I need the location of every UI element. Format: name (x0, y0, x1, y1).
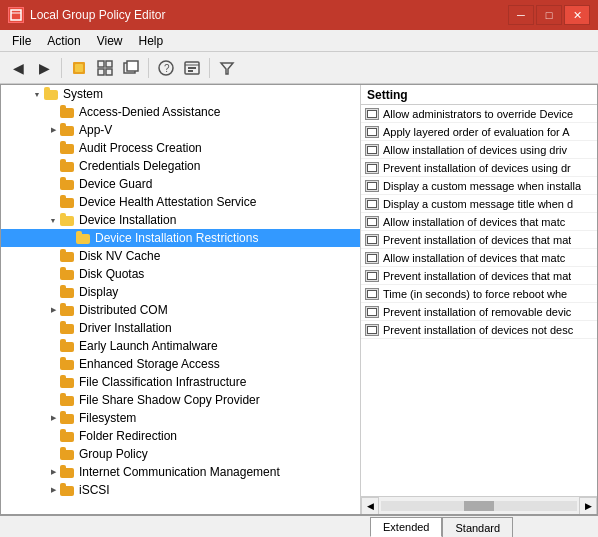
svg-rect-0 (11, 10, 21, 20)
setting-icon-12 (365, 324, 379, 336)
setting-item-6[interactable]: Allow installation of devices that matc (361, 213, 597, 231)
setting-item-5[interactable]: Display a custom message title when d (361, 195, 597, 213)
expand-system[interactable] (31, 88, 43, 100)
tab-standard[interactable]: Standard (442, 517, 513, 537)
back-button[interactable]: ◀ (6, 56, 30, 80)
up-button[interactable] (67, 56, 91, 80)
tree-item-system[interactable]: System (1, 85, 360, 103)
tree-item-group-policy[interactable]: Group Policy (1, 445, 360, 463)
tree-item-driver-installation[interactable]: Driver Installation (1, 319, 360, 337)
tree-item-early-launch[interactable]: Early Launch Antimalware (1, 337, 360, 355)
folder-icon-internet-com (60, 465, 76, 479)
setting-item-10[interactable]: Time (in seconds) to force reboot whe (361, 285, 597, 303)
setting-item-12[interactable]: Prevent installation of devices not desc (361, 321, 597, 339)
tree-item-internet-com[interactable]: Internet Communication Management (1, 463, 360, 481)
tree-item-device-installation[interactable]: Device Installation (1, 211, 360, 229)
tree-item-device-guard[interactable]: Device Guard (1, 175, 360, 193)
close-button[interactable]: ✕ (564, 5, 590, 25)
setting-item-11[interactable]: Prevent installation of removable devic (361, 303, 597, 321)
folder-icon-iscsi (60, 483, 76, 497)
svg-rect-6 (98, 69, 104, 75)
scroll-left-arrow[interactable]: ◀ (361, 497, 379, 515)
expand-filesystem[interactable] (47, 412, 59, 424)
tree-item-file-classification[interactable]: File Classification Infrastructure (1, 373, 360, 391)
setting-icon-3 (365, 162, 379, 174)
folder-icon-distributed-com (60, 303, 76, 317)
scroll-thumb[interactable] (464, 501, 494, 511)
tree-item-app-v[interactable]: App-V (1, 121, 360, 139)
minimize-button[interactable]: ─ (508, 5, 534, 25)
setting-label-9: Prevent installation of devices that mat (383, 270, 571, 282)
tree-label-audit-process: Audit Process Creation (79, 141, 202, 155)
menu-file[interactable]: File (4, 32, 39, 50)
setting-item-1[interactable]: Apply layered order of evaluation for A (361, 123, 597, 141)
tree-item-enhanced-storage[interactable]: Enhanced Storage Access (1, 355, 360, 373)
expand-distributed-com[interactable] (47, 304, 59, 316)
svg-marker-16 (221, 63, 233, 74)
setting-label-12: Prevent installation of devices not desc (383, 324, 573, 336)
setting-item-2[interactable]: Allow installation of devices using driv (361, 141, 597, 159)
expand-app-v[interactable] (47, 124, 59, 136)
setting-icon-8 (365, 252, 379, 264)
maximize-button[interactable]: □ (536, 5, 562, 25)
folder-icon-file-classification (60, 375, 76, 389)
help-button[interactable]: ? (154, 56, 178, 80)
setting-label-7: Prevent installation of devices that mat (383, 234, 571, 246)
new-window-button[interactable] (119, 56, 143, 80)
svg-rect-5 (106, 61, 112, 67)
tree-item-distributed-com[interactable]: Distributed COM (1, 301, 360, 319)
forward-button[interactable]: ▶ (32, 56, 56, 80)
expand-device-installation[interactable] (47, 214, 59, 226)
menu-help[interactable]: Help (131, 32, 172, 50)
filter-button[interactable] (215, 56, 239, 80)
tree-item-file-share[interactable]: File Share Shadow Copy Provider (1, 391, 360, 409)
tree-label-app-v: App-V (79, 123, 112, 137)
setting-icon-6 (365, 216, 379, 228)
folder-icon-disk-nv-cache (60, 249, 76, 263)
tree-item-audit-process[interactable]: Audit Process Creation (1, 139, 360, 157)
settings-list[interactable]: Allow administrators to override Device … (361, 105, 597, 496)
setting-item-9[interactable]: Prevent installation of devices that mat (361, 267, 597, 285)
setting-label-0: Allow administrators to override Device (383, 108, 573, 120)
tree-item-iscsi[interactable]: iSCSI (1, 481, 360, 499)
folder-icon-display (60, 285, 76, 299)
setting-item-8[interactable]: Allow installation of devices that matc (361, 249, 597, 267)
scroll-track[interactable] (381, 501, 577, 511)
view-button[interactable] (93, 56, 117, 80)
setting-item-7[interactable]: Prevent installation of devices that mat (361, 231, 597, 249)
menu-action[interactable]: Action (39, 32, 88, 50)
tree-item-display[interactable]: Display (1, 283, 360, 301)
setting-label-3: Prevent installation of devices using dr (383, 162, 571, 174)
tree-item-disk-quotas[interactable]: Disk Quotas (1, 265, 360, 283)
toolbar-separator-1 (61, 58, 62, 78)
tree-item-access-denied[interactable]: Access-Denied Assistance (1, 103, 360, 121)
setting-label-10: Time (in seconds) to force reboot whe (383, 288, 567, 300)
setting-item-4[interactable]: Display a custom message when installa (361, 177, 597, 195)
tree-item-credentials[interactable]: Credentials Delegation (1, 157, 360, 175)
setting-icon-0 (365, 108, 379, 120)
tree-item-device-health[interactable]: Device Health Attestation Service (1, 193, 360, 211)
tab-extended[interactable]: Extended (370, 517, 442, 537)
properties-button[interactable] (180, 56, 204, 80)
tree-label-filesystem: Filesystem (79, 411, 136, 425)
svg-text:?: ? (164, 63, 170, 74)
expand-iscsi[interactable] (47, 484, 59, 496)
tree-label-disk-quotas: Disk Quotas (79, 267, 144, 281)
folder-icon-folder-redirection (60, 429, 76, 443)
expand-internet-com[interactable] (47, 466, 59, 478)
setting-label-1: Apply layered order of evaluation for A (383, 126, 570, 138)
right-pane-scrollbar[interactable]: ◀ ▶ (361, 496, 597, 514)
tree-label-file-classification: File Classification Infrastructure (79, 375, 246, 389)
folder-icon-disk-quotas (60, 267, 76, 281)
menu-view[interactable]: View (89, 32, 131, 50)
tree-item-device-installation-restrictions[interactable]: Device Installation Restrictions (1, 229, 360, 247)
setting-item-0[interactable]: Allow administrators to override Device (361, 105, 597, 123)
tree-item-disk-nv-cache[interactable]: Disk NV Cache (1, 247, 360, 265)
tree-label-display: Display (79, 285, 118, 299)
tree-pane[interactable]: System Access-Denied Assistance App-V Au… (1, 85, 361, 514)
tree-label-enhanced-storage: Enhanced Storage Access (79, 357, 220, 371)
tree-item-folder-redirection[interactable]: Folder Redirection (1, 427, 360, 445)
scroll-right-arrow[interactable]: ▶ (579, 497, 597, 515)
tree-item-filesystem[interactable]: Filesystem (1, 409, 360, 427)
setting-item-3[interactable]: Prevent installation of devices using dr (361, 159, 597, 177)
